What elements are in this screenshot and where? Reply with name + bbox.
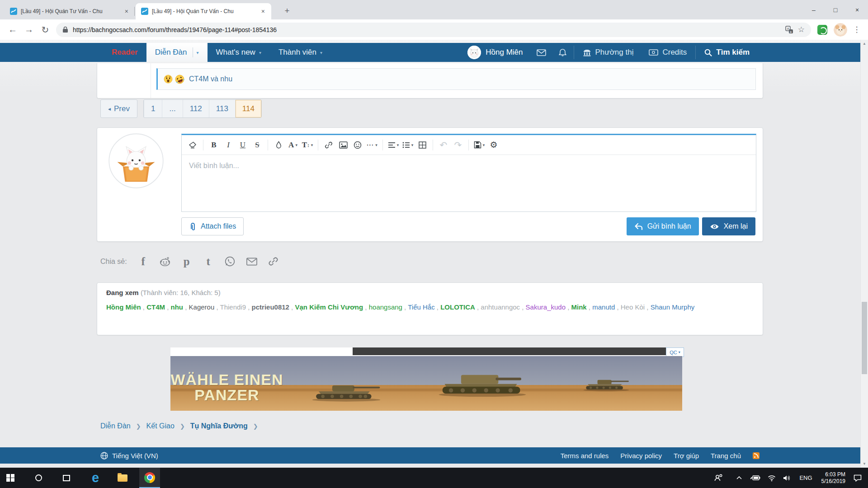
- share-link-icon[interactable]: [268, 256, 279, 267]
- inbox-envelope-icon[interactable]: [530, 43, 552, 62]
- underline-icon[interactable]: U: [236, 138, 250, 152]
- nav-reader[interactable]: Reader: [103, 43, 146, 62]
- forward-button[interactable]: →: [21, 22, 37, 38]
- breadcrumb-link[interactable]: Kết Giao: [146, 422, 175, 430]
- ad-image[interactable]: WÄHLE EINEN PANZER DESERT ORDER: [170, 356, 682, 411]
- viewer-username[interactable]: Shaun Murphy: [651, 303, 695, 311]
- page-button[interactable]: 1: [144, 100, 162, 117]
- ad-qc-chip[interactable]: QC ▾: [666, 347, 684, 357]
- close-window-button[interactable]: ×: [846, 0, 868, 19]
- italic-icon[interactable]: I: [221, 138, 236, 152]
- share-email-icon[interactable]: [246, 258, 257, 266]
- viewer-username[interactable]: Mink: [571, 303, 587, 311]
- browser-profile-avatar[interactable]: [834, 23, 847, 37]
- new-tab-button[interactable]: +: [281, 5, 293, 17]
- chevron-down-icon[interactable]: ▾: [259, 50, 261, 55]
- viewer-username[interactable]: pctrieu0812: [252, 303, 289, 311]
- reload-button[interactable]: ↻: [37, 22, 53, 38]
- comment-input[interactable]: Viết bình luận...: [182, 155, 756, 177]
- people-button[interactable]: [710, 468, 726, 488]
- prev-page-button[interactable]: ◂ Prev: [100, 99, 137, 118]
- vertical-scrollbar[interactable]: ▲ ▼: [860, 40, 868, 468]
- viewer-username[interactable]: CT4M: [146, 303, 165, 311]
- share-facebook-icon[interactable]: f: [138, 256, 149, 267]
- quote-text[interactable]: CT4M và nhu: [189, 75, 232, 83]
- attach-files-button[interactable]: Attach files: [181, 217, 244, 235]
- chrome-taskbar-button[interactable]: [139, 468, 160, 488]
- page-button[interactable]: 113: [209, 100, 235, 117]
- page-button[interactable]: ...: [162, 100, 182, 117]
- submit-comment-button[interactable]: Gửi bình luận: [627, 217, 699, 235]
- footer-link[interactable]: Terms and rules: [561, 452, 609, 460]
- preview-button[interactable]: Xem lại: [702, 217, 755, 235]
- nav-market[interactable]: Phường thị: [575, 43, 642, 62]
- viewer-username[interactable]: anhtuanngoc: [481, 303, 520, 311]
- ad-banner[interactable]: QC ▾ WÄHLE EINEN PANZER DESERT ORDER: [170, 347, 682, 411]
- insert-link-icon[interactable]: [321, 138, 336, 152]
- share-reddit-icon[interactable]: [160, 257, 170, 267]
- extension-icon[interactable]: [817, 25, 827, 35]
- current-user-avatar[interactable]: [108, 133, 164, 188]
- breadcrumb-link[interactable]: Diễn Đàn: [100, 422, 131, 430]
- translate-icon[interactable]: Aa: [785, 26, 793, 34]
- viewer-username[interactable]: Vạn Kiếm Chi Vương: [295, 303, 363, 311]
- breadcrumb-link[interactable]: Tụ Nghĩa Đường: [190, 422, 248, 430]
- font-size-icon[interactable]: T↕▾: [300, 138, 315, 152]
- insert-image-icon[interactable]: [336, 138, 350, 152]
- share-whatsapp-icon[interactable]: [225, 256, 236, 267]
- hidden-icons-chevron[interactable]: [733, 468, 745, 488]
- text-color-icon[interactable]: [271, 138, 286, 152]
- action-center-button[interactable]: [850, 468, 868, 488]
- viewer-username[interactable]: Sakura_kudo: [526, 303, 566, 311]
- alignment-icon[interactable]: ▾: [386, 138, 401, 152]
- footer-link[interactable]: Trợ giúp: [674, 452, 699, 460]
- rich-text-editor[interactable]: B I U S A▾ T↕▾ ···▾ ▾ ▾: [181, 134, 756, 212]
- nav-tab-forum-active[interactable]: Diễn Đàn ▾: [146, 43, 208, 62]
- close-tab-icon[interactable]: ×: [124, 7, 129, 15]
- strikethrough-icon[interactable]: S: [250, 138, 264, 152]
- scrollbar-thumb[interactable]: [862, 302, 867, 374]
- taskbar-clock[interactable]: 6:03 PM 5/16/2019: [817, 471, 850, 485]
- smilies-icon[interactable]: [350, 138, 365, 152]
- maximize-button[interactable]: □: [825, 0, 846, 19]
- back-button[interactable]: ←: [5, 22, 21, 38]
- url-text[interactable]: https://bachngocsach.com/forum/threads/1…: [73, 26, 781, 33]
- viewer-username[interactable]: manutd: [592, 303, 615, 311]
- footer-link[interactable]: Privacy policy: [620, 452, 662, 460]
- browser-tab-1[interactable]: [Lầu 49] - Hội Quán Tư Vấn - Chu ×: [5, 3, 135, 19]
- wifi-icon[interactable]: [764, 468, 779, 488]
- share-tumblr-icon[interactable]: t: [203, 256, 214, 267]
- browser-tab-2-active[interactable]: [Lầu 49] - Hội Quán Tư Vấn - Chu ×: [136, 3, 271, 19]
- redo-icon[interactable]: ↷: [451, 138, 465, 152]
- nav-user-account[interactable]: Hồng Miên: [460, 43, 530, 62]
- viewer-username[interactable]: nhu: [171, 303, 184, 311]
- browser-menu-icon[interactable]: ⋮: [850, 25, 863, 34]
- chevron-down-icon[interactable]: ▾: [197, 50, 199, 55]
- drafts-icon[interactable]: ▾: [472, 138, 486, 152]
- undo-icon[interactable]: ↶: [436, 138, 451, 152]
- task-view-button[interactable]: [56, 468, 77, 488]
- chevron-down-icon[interactable]: ▾: [320, 50, 322, 55]
- viewer-username[interactable]: Heo Kòi: [621, 303, 645, 311]
- page-button[interactable]: 112: [183, 100, 209, 117]
- file-explorer-button[interactable]: [112, 468, 133, 488]
- nav-tab-members[interactable]: Thành viên ▾: [270, 43, 331, 62]
- battery-icon[interactable]: [745, 468, 764, 488]
- footer-language[interactable]: Tiếng Việt (VN): [100, 452, 158, 460]
- list-icon[interactable]: ▾: [401, 138, 415, 152]
- footer-link[interactable]: Trang chủ: [711, 452, 741, 460]
- minimize-button[interactable]: –: [803, 0, 825, 19]
- page-button[interactable]: 114: [235, 100, 261, 117]
- viewer-username[interactable]: Thiendi9: [220, 303, 246, 311]
- viewer-username[interactable]: hoangsang: [369, 303, 402, 311]
- alerts-bell-icon[interactable]: [552, 43, 573, 62]
- volume-icon[interactable]: [779, 468, 795, 488]
- viewer-username[interactable]: Hồng Miên: [106, 303, 141, 311]
- more-options-icon[interactable]: ···▾: [365, 138, 379, 152]
- scroll-up-icon[interactable]: ▲: [861, 40, 868, 47]
- nav-tab-whats-new[interactable]: What's new ▾: [208, 43, 270, 62]
- share-pinterest-icon[interactable]: p: [181, 256, 192, 267]
- viewer-username[interactable]: Kagerou: [189, 303, 215, 311]
- language-indicator[interactable]: ENG: [795, 474, 816, 481]
- nav-credits[interactable]: Credits: [641, 43, 694, 62]
